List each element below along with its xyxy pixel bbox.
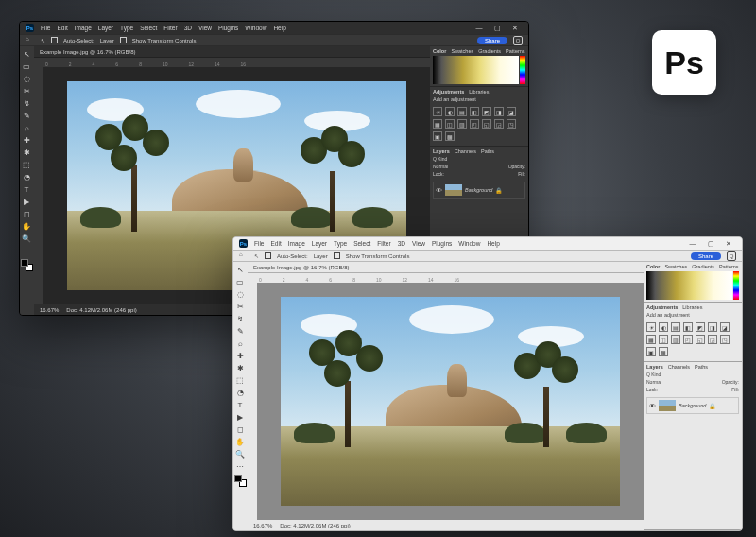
wand-tool[interactable]: ↯ xyxy=(21,97,32,109)
menu-view[interactable]: View xyxy=(412,240,425,247)
adj-hue-icon[interactable]: ◨ xyxy=(494,107,504,116)
adj-bw-icon[interactable]: ▦ xyxy=(433,119,442,129)
adj-select-icon[interactable]: ▣ xyxy=(646,347,656,356)
color-picker[interactable] xyxy=(433,56,525,84)
menu-plugins[interactable]: Plugins xyxy=(432,240,452,247)
brush-tool[interactable]: ✎ xyxy=(234,325,246,337)
opacity-label[interactable]: Opacity: xyxy=(508,164,525,169)
move-tool[interactable]: ↖ xyxy=(234,264,246,275)
tab-swatches[interactable]: Swatches xyxy=(451,48,473,54)
tab-paths[interactable]: Paths xyxy=(481,148,494,154)
wand-tool[interactable]: ↯ xyxy=(234,313,246,324)
move-tool[interactable]: ↖ xyxy=(21,48,32,60)
type-tool[interactable]: T xyxy=(21,183,32,195)
maximize-icon[interactable]: ▢ xyxy=(490,25,505,32)
tab-patterns[interactable]: Patterns xyxy=(719,264,738,269)
layer-background[interactable]: 👁 Background 🔒 xyxy=(433,182,525,199)
clone-tool[interactable]: ✱ xyxy=(234,362,246,373)
move-tool-icon[interactable]: ↖ xyxy=(254,252,259,259)
auto-select-checkbox[interactable] xyxy=(51,37,58,43)
adj-mixer-icon[interactable]: ▥ xyxy=(457,119,467,129)
tab-gradients[interactable]: Gradients xyxy=(478,48,501,54)
menu-edit[interactable]: Edit xyxy=(270,240,281,247)
tab-libraries[interactable]: Libraries xyxy=(469,89,489,95)
visibility-icon[interactable]: 👁 xyxy=(436,187,442,194)
tab-gradients[interactable]: Gradients xyxy=(692,264,714,269)
tab-libraries[interactable]: Libraries xyxy=(682,304,702,310)
menu-select[interactable]: Select xyxy=(140,25,157,31)
tab-layers[interactable]: Layers xyxy=(433,148,450,154)
blend-mode-dropdown[interactable]: Normal xyxy=(646,379,662,385)
path-tool[interactable]: ▶ xyxy=(21,196,32,207)
zoom-level[interactable]: 16.67% xyxy=(253,523,272,528)
lasso-tool[interactable]: ◌ xyxy=(21,73,32,84)
adj-vibrance-icon[interactable]: ◩ xyxy=(696,322,705,332)
menu-image[interactable]: Image xyxy=(288,240,305,247)
menu-file[interactable]: File xyxy=(254,240,264,247)
foreground-background-colors[interactable] xyxy=(21,259,33,271)
hand-tool[interactable]: ✋ xyxy=(234,436,246,447)
layer-filter[interactable]: Q Kind xyxy=(646,372,661,377)
adj-vibrance-icon[interactable]: ◩ xyxy=(482,107,491,116)
document-tab[interactable]: Example Image.jpg @ 16.7% (RGB/8) xyxy=(248,262,644,273)
adj-colorbal-icon[interactable]: ◪ xyxy=(720,322,730,332)
menu-type[interactable]: Type xyxy=(120,25,133,31)
menu-edit[interactable]: Edit xyxy=(57,25,67,31)
menu-help[interactable]: Help xyxy=(273,25,285,31)
auto-select-checkbox[interactable] xyxy=(265,252,271,259)
more-tools[interactable]: ⋯ xyxy=(21,245,32,256)
share-button[interactable]: Share xyxy=(477,37,507,44)
move-tool-icon[interactable]: ↖ xyxy=(41,37,45,43)
lock-icon[interactable]: 🔒 xyxy=(495,187,502,194)
adj-brightness-icon[interactable]: ☀ xyxy=(433,107,442,116)
zoom-tool[interactable]: 🔍 xyxy=(234,448,246,459)
canvas-area[interactable] xyxy=(257,283,644,520)
color-picker[interactable] xyxy=(646,271,739,300)
menu-select[interactable]: Select xyxy=(353,240,370,247)
adj-levels-icon[interactable]: ◐ xyxy=(445,107,455,116)
menu-file[interactable]: File xyxy=(41,25,50,31)
adj-exposure-icon[interactable]: ◧ xyxy=(470,107,479,116)
crop-tool[interactable]: ✂ xyxy=(234,301,246,312)
adj-select-icon[interactable]: ▣ xyxy=(433,131,442,141)
search-icon[interactable]: Q xyxy=(727,251,736,261)
adj-gradmap-icon[interactable]: ▩ xyxy=(445,131,455,141)
tab-adjustments[interactable]: Adjustments xyxy=(646,304,678,310)
menu-window[interactable]: Window xyxy=(245,25,266,31)
fill-label[interactable]: Fill: xyxy=(518,171,525,177)
adj-lookup-icon[interactable]: ◰ xyxy=(470,119,479,129)
menu-type[interactable]: Type xyxy=(334,240,347,247)
gradient-tool[interactable]: ⬚ xyxy=(234,374,246,386)
close-icon[interactable]: ✕ xyxy=(507,25,523,32)
gradient-tool[interactable]: ⬚ xyxy=(21,159,32,170)
layer-dropdown[interactable]: Layer xyxy=(314,253,328,259)
tab-channels[interactable]: Channels xyxy=(455,148,476,154)
menu-filter[interactable]: Filter xyxy=(377,240,390,247)
lasso-tool[interactable]: ◌ xyxy=(234,288,246,300)
zoom-tool[interactable]: 🔍 xyxy=(21,233,32,244)
menu-3d[interactable]: 3D xyxy=(184,25,192,31)
type-tool[interactable]: T xyxy=(234,399,246,410)
opacity-label[interactable]: Opacity: xyxy=(722,379,739,385)
tab-paths[interactable]: Paths xyxy=(695,364,708,370)
heal-tool[interactable]: ✚ xyxy=(234,350,246,361)
adj-colorbal-icon[interactable]: ◪ xyxy=(507,107,516,116)
maximize-icon[interactable]: ▢ xyxy=(703,240,718,248)
menu-image[interactable]: Image xyxy=(75,25,92,31)
heal-tool[interactable]: ✚ xyxy=(21,134,32,146)
adj-thresh-icon[interactable]: ◳ xyxy=(720,335,730,344)
adj-curves-icon[interactable]: ▤ xyxy=(671,322,680,332)
brush-tool[interactable]: ✎ xyxy=(21,110,32,121)
adj-lookup-icon[interactable]: ◰ xyxy=(683,335,693,344)
menu-filter[interactable]: Filter xyxy=(163,25,177,31)
home-icon[interactable]: ⌂ xyxy=(26,36,35,45)
tab-layers[interactable]: Layers xyxy=(646,364,663,370)
marquee-tool[interactable]: ▭ xyxy=(21,61,32,72)
fill-label[interactable]: Fill: xyxy=(731,387,739,392)
menu-plugins[interactable]: Plugins xyxy=(218,25,238,31)
layer-filter[interactable]: Q Kind xyxy=(433,156,447,162)
eyedropper-tool[interactable]: ⌕ xyxy=(234,338,246,349)
ps-logo-icon[interactable]: Ps xyxy=(26,24,34,32)
menu-help[interactable]: Help xyxy=(487,240,499,247)
ps-logo-icon[interactable]: Ps xyxy=(239,239,248,248)
